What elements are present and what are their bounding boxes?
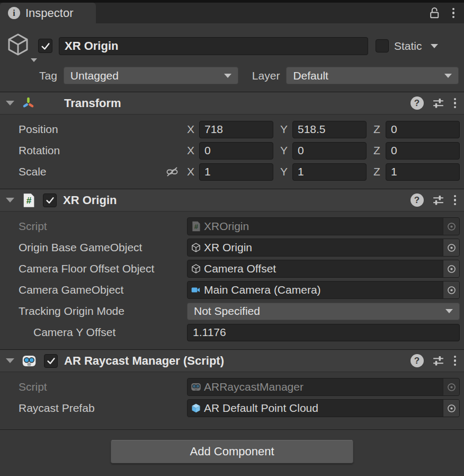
svg-text:#: # bbox=[26, 195, 32, 206]
foldout-arrow-icon[interactable] bbox=[6, 198, 14, 202]
inspector-panel: i Inspector bbox=[0, 0, 464, 476]
scale-x-field[interactable]: 1 bbox=[199, 163, 273, 181]
static-dropdown-arrow-icon[interactable] bbox=[431, 44, 438, 48]
position-y-field[interactable]: 518.5 bbox=[292, 121, 367, 138]
kebab-menu-icon[interactable] bbox=[453, 355, 458, 367]
presets-sliders-icon[interactable] bbox=[432, 354, 445, 367]
ar-goggles-icon bbox=[21, 354, 37, 368]
tab-title: Inspector bbox=[25, 6, 74, 20]
tag-value: Untagged bbox=[70, 69, 119, 82]
axis-x-label: X bbox=[187, 144, 195, 157]
layer-dropdown[interactable]: Default bbox=[286, 67, 459, 84]
script-row: Script # XROrigin bbox=[0, 216, 464, 237]
csharp-script-icon: # bbox=[191, 221, 201, 232]
camera-gameobject-field[interactable]: Main Camera (Camera) bbox=[187, 281, 460, 299]
xr-origin-header[interactable]: # XR Origin ? bbox=[0, 189, 464, 211]
target-picker-icon bbox=[446, 242, 457, 253]
object-picker-button[interactable] bbox=[443, 400, 459, 417]
rotation-x-field[interactable]: 0 bbox=[199, 142, 273, 160]
target-picker-icon bbox=[446, 263, 457, 275]
origin-base-gameobject-label: Origin Base GameObject bbox=[19, 241, 142, 254]
object-picker-button[interactable] bbox=[443, 239, 459, 256]
component-enabled-checkbox[interactable] bbox=[43, 193, 57, 207]
scale-row: Scale X 1 Y 1 bbox=[0, 161, 464, 182]
position-row: Position X 718 Y 518.5 Z 0 bbox=[0, 119, 464, 140]
tracking-origin-mode-row: Tracking Origin Mode Not Specified bbox=[0, 301, 464, 322]
object-picker-button[interactable] bbox=[443, 218, 459, 235]
kebab-menu-icon[interactable] bbox=[453, 97, 458, 110]
tab-inspector[interactable]: i Inspector bbox=[0, 3, 96, 23]
position-z-field[interactable]: 0 bbox=[386, 121, 460, 138]
object-picker-button[interactable] bbox=[443, 378, 459, 395]
rotation-label: Rotation bbox=[19, 144, 60, 157]
tab-bar: i Inspector bbox=[0, 3, 464, 23]
ar-raycast-manager-body: Script ARRaycastManager bbox=[0, 372, 464, 425]
camera-gameobject-label: Camera GameObject bbox=[19, 284, 123, 296]
script-object-field: # XROrigin bbox=[187, 217, 460, 235]
tag-dropdown[interactable]: Untagged bbox=[64, 67, 238, 84]
transform-header[interactable]: Transform ? bbox=[0, 92, 464, 114]
foldout-arrow-icon[interactable] bbox=[6, 358, 14, 363]
help-icon[interactable]: ? bbox=[411, 354, 424, 367]
chevron-down-icon bbox=[224, 74, 231, 78]
foldout-arrow-icon[interactable] bbox=[6, 101, 14, 105]
cube-outline-icon bbox=[5, 32, 31, 57]
script-label: Script bbox=[19, 381, 47, 393]
target-picker-icon bbox=[446, 403, 457, 414]
position-x-field[interactable]: 718 bbox=[199, 121, 273, 138]
raycast-prefab-row: Raycast Prefab AR Default Point Cloud bbox=[0, 398, 464, 419]
camera-gameobject-row: Camera GameObject Main Camera (Camera) bbox=[0, 279, 464, 301]
transform-title: Transform bbox=[64, 96, 121, 110]
axis-x-label: X bbox=[187, 165, 195, 178]
target-picker-icon bbox=[446, 221, 457, 232]
scale-z-field[interactable]: 1 bbox=[386, 163, 460, 181]
active-checkbox[interactable] bbox=[38, 39, 52, 53]
add-component-button[interactable]: Add Component bbox=[111, 440, 353, 463]
scale-y-field[interactable]: 1 bbox=[292, 163, 367, 181]
kebab-menu-icon[interactable] bbox=[451, 7, 456, 20]
camera-y-offset-label: Camera Y Offset bbox=[33, 326, 115, 339]
camera-floor-offset-row: Camera Floor Offset Object Camera Offset bbox=[0, 258, 464, 279]
help-icon[interactable]: ? bbox=[411, 96, 424, 110]
object-picker-button[interactable] bbox=[443, 281, 459, 298]
layer-label: Layer bbox=[252, 69, 280, 82]
transform-axes-icon bbox=[21, 96, 35, 110]
help-icon[interactable]: ? bbox=[411, 193, 424, 207]
chevron-down-icon bbox=[31, 58, 37, 62]
footer: Add Component bbox=[0, 430, 464, 463]
rotation-row: Rotation X 0 Y 0 Z 0 bbox=[0, 140, 464, 161]
camera-floor-offset-field[interactable]: Camera Offset bbox=[187, 260, 460, 278]
link-off-icon[interactable] bbox=[165, 165, 179, 179]
camera-y-offset-field[interactable]: 1.1176 bbox=[187, 324, 460, 341]
axis-y-label: Y bbox=[280, 123, 289, 136]
rotation-y-field[interactable]: 0 bbox=[292, 142, 367, 160]
kebab-menu-icon[interactable] bbox=[453, 194, 458, 207]
ar-raycast-manager-title: AR Raycast Manager (Script) bbox=[64, 354, 224, 368]
unlock-icon[interactable] bbox=[429, 6, 441, 20]
presets-sliders-icon[interactable] bbox=[432, 96, 445, 110]
gameobject-name-field[interactable]: XR Origin bbox=[59, 37, 368, 55]
script-label: Script bbox=[19, 220, 47, 233]
static-label: Static bbox=[394, 40, 422, 52]
xr-origin-body: Script # XROrigin bbox=[0, 211, 464, 349]
tracking-origin-mode-dropdown[interactable]: Not Specified bbox=[187, 303, 460, 320]
component-enabled-checkbox[interactable] bbox=[44, 354, 58, 368]
object-picker-button[interactable] bbox=[443, 260, 459, 277]
camera-gameobject-value: Main Camera (Camera) bbox=[204, 284, 321, 296]
static-checkbox[interactable] bbox=[376, 39, 389, 52]
origin-base-gameobject-row: Origin Base GameObject XR Origin bbox=[0, 237, 464, 258]
layer-value: Default bbox=[293, 69, 328, 82]
origin-base-gameobject-field[interactable]: XR Origin bbox=[187, 239, 460, 257]
camera-icon bbox=[191, 285, 201, 295]
scale-label: Scale bbox=[19, 165, 47, 178]
presets-sliders-icon[interactable] bbox=[432, 193, 445, 207]
chevron-down-icon bbox=[445, 309, 453, 313]
ar-raycast-manager-header[interactable]: AR Raycast Manager (Script) ? bbox=[0, 349, 464, 372]
camera-floor-offset-label: Camera Floor Offset Object bbox=[19, 262, 154, 275]
gameobject-header: XR Origin Static Tag Untagged Layer Defa… bbox=[0, 23, 464, 92]
gameobject-name: XR Origin bbox=[65, 39, 118, 53]
raycast-prefab-field[interactable]: AR Default Point Cloud bbox=[187, 399, 460, 417]
transform-body: Position X 718 Y 518.5 Z 0 Rotation bbox=[0, 114, 464, 189]
gameobject-icon-button[interactable] bbox=[5, 32, 38, 60]
rotation-z-field[interactable]: 0 bbox=[386, 142, 460, 160]
